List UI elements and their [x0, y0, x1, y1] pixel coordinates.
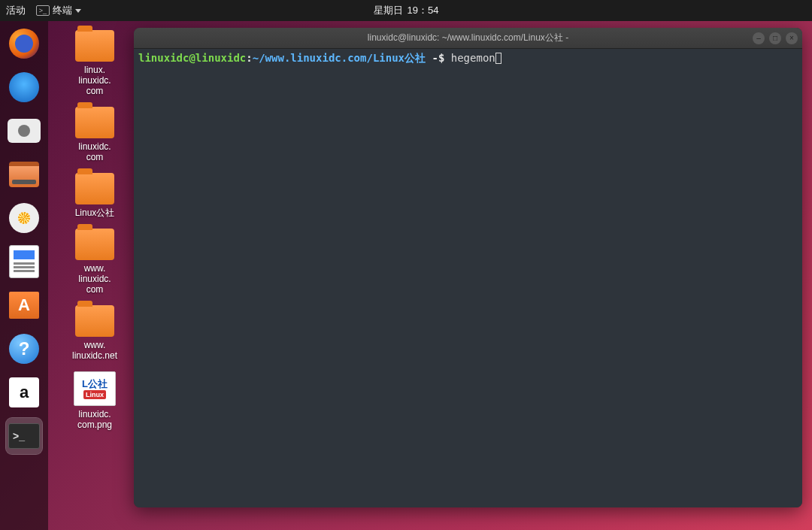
window-titlebar[interactable]: linuxidc@linuxidc: ~/www.linuxidc.com/Li…: [134, 28, 802, 49]
desktop-icon-label: www. linuxidc.net: [72, 340, 117, 361]
terminal-body[interactable]: linuxidc@linuxidc:~/www.linuxidc.com/Lin…: [134, 49, 802, 507]
clock-time: 19：54: [408, 4, 439, 17]
dock-writer[interactable]: [6, 244, 42, 280]
camera-icon: [8, 119, 41, 143]
dock-firefox[interactable]: [6, 26, 42, 62]
desktop-icon-2[interactable]: Linux公社: [59, 173, 131, 218]
terminal-icon: >_: [8, 423, 40, 449]
folder-icon: [75, 305, 114, 337]
folder-icon: [75, 229, 114, 260]
desktop-icon-5[interactable]: L公社Linuxlinuxidc. com.png: [59, 371, 131, 430]
folder-icon: [75, 173, 114, 204]
image-thumbnail: L公社Linux: [74, 371, 116, 406]
desktop-icon-1[interactable]: linuxidc. com: [59, 107, 131, 162]
clock-day: 星期日: [374, 4, 403, 17]
dock-files[interactable]: [6, 156, 42, 192]
prompt-user: linuxidc@linuxidc: [138, 52, 246, 64]
writer-icon: [9, 245, 39, 278]
dock-thunderbird[interactable]: [6, 69, 42, 105]
terminal-small-icon: >_: [36, 5, 50, 16]
dock-amazon[interactable]: a: [6, 374, 42, 410]
firefox-icon: [9, 29, 39, 59]
prompt-suffix: -$: [426, 52, 451, 64]
minimize-button[interactable]: –: [753, 32, 765, 44]
terminal-window: linuxidc@linuxidc: ~/www.linuxidc.com/Li…: [134, 28, 802, 507]
desktop-icon-label: linux. linuxidc. com: [78, 65, 111, 96]
desktop-icon-label: www. linuxidc. com: [78, 263, 111, 295]
window-controls: – □ ×: [753, 32, 798, 44]
dock-software[interactable]: A: [6, 287, 42, 323]
amazon-icon: a: [9, 377, 39, 407]
dock-terminal[interactable]: >_: [6, 418, 42, 454]
clock[interactable]: 星期日 19：54: [374, 4, 439, 17]
desktop-icon-label: linuxidc. com.png: [77, 409, 112, 430]
dock-camera[interactable]: [6, 113, 42, 149]
chevron-down-icon: [75, 9, 81, 13]
launcher-dock: A ? a >_: [0, 21, 48, 530]
dock-help[interactable]: ?: [6, 331, 42, 367]
cursor: [495, 53, 501, 64]
close-button[interactable]: ×: [786, 32, 798, 44]
dock-disks[interactable]: [6, 200, 42, 236]
software-center-icon: A: [9, 292, 39, 319]
help-icon: ?: [9, 334, 39, 364]
desktop-icons: linux. linuxidc. comlinuxidc. comLinux公社…: [59, 30, 131, 430]
desktop-icon-label: linuxidc. com: [78, 141, 111, 162]
files-icon: [9, 162, 39, 187]
desktop-icon-label: Linux公社: [75, 207, 115, 218]
active-app-indicator[interactable]: >_ 终端: [36, 4, 81, 17]
desktop-icon-3[interactable]: www. linuxidc. com: [59, 229, 131, 295]
desktop-icon-0[interactable]: linux. linuxidc. com: [59, 30, 131, 96]
desktop-icon-4[interactable]: www. linuxidc.net: [59, 305, 131, 361]
maximize-button[interactable]: □: [769, 32, 781, 44]
active-app-label: 终端: [53, 4, 72, 17]
window-title: linuxidc@linuxidc: ~/www.linuxidc.com/Li…: [368, 32, 568, 44]
disk-icon: [9, 203, 39, 233]
activities-button[interactable]: 活动: [6, 4, 26, 17]
folder-icon: [75, 107, 114, 138]
folder-icon: [75, 30, 114, 62]
typed-command: hegemon: [451, 52, 495, 64]
top-menubar: 活动 >_ 终端 星期日 19：54: [0, 0, 812, 21]
prompt-path: ~/www.linuxidc.com/Linux公社: [253, 52, 426, 64]
thunderbird-icon: [9, 72, 39, 102]
